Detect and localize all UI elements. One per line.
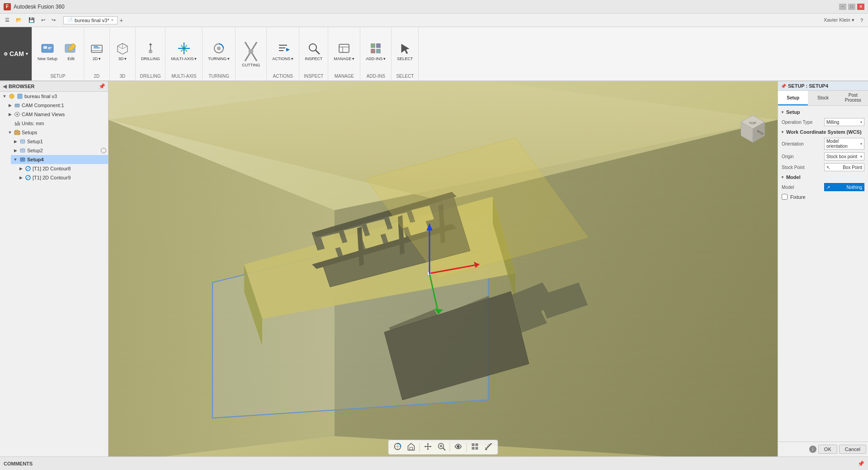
svg-marker-9 <box>286 48 290 52</box>
tree-toggle-setup4[interactable]: ▼ <box>13 157 18 162</box>
actions-icon <box>276 41 290 56</box>
cutting-label: CUTTING <box>242 63 260 67</box>
fixture-label[interactable]: Fixture <box>790 194 806 200</box>
tree-toggle-contour9[interactable]: ▶ <box>18 175 24 180</box>
tree-toggle-setup1[interactable]: ▶ <box>13 139 18 144</box>
section-header-model[interactable]: ▼ Model <box>780 173 866 182</box>
tree-item-cam-named-views[interactable]: ▶ CAM Named Views <box>5 110 108 119</box>
operation-type-value[interactable]: Milling ▾ <box>824 118 864 126</box>
select-button[interactable]: SELECT <box>394 39 415 63</box>
stock-point-value[interactable]: ↖ Box Point <box>824 163 864 171</box>
ok-button[interactable]: OK <box>818 445 837 454</box>
ribbon-group-turning: TURNING▾ TURNING <box>203 27 236 80</box>
checkbox-row-fixture[interactable]: Fixture <box>780 193 866 201</box>
tree-toggle-cam-named-views[interactable]: ▶ <box>7 112 13 117</box>
close-button[interactable]: ✕ <box>857 4 864 10</box>
tree-item-setup4[interactable]: ▼ Setup4 <box>11 155 108 164</box>
section-label-setup: Setup <box>786 109 800 115</box>
tree-item-contour8[interactable]: ▶ [T1] 2D Contour8 <box>16 164 108 173</box>
maximize-button[interactable]: □ <box>848 4 855 10</box>
3d-button[interactable]: 3D▾ <box>113 39 132 63</box>
tree-toggle-cam-component[interactable]: ▶ <box>7 103 13 108</box>
active-tab[interactable]: 📄 bureau final v3* × <box>63 16 118 24</box>
collapse-triangle-setup: ▼ <box>781 110 784 114</box>
cancel-button[interactable]: Cancel <box>839 445 866 454</box>
pan-button[interactable] <box>422 441 434 453</box>
section-header-setup[interactable]: ▼ Setup <box>780 108 866 117</box>
minimize-button[interactable]: − <box>839 4 846 10</box>
redo-button[interactable]: ↪ <box>49 16 58 24</box>
home-button[interactable] <box>405 441 418 453</box>
operation-type-dropdown-arrow: ▾ <box>860 120 862 124</box>
orbit-button[interactable] <box>392 441 404 453</box>
multiaxis-button[interactable]: MULTI-AXIS▾ <box>168 39 199 63</box>
2d-label: 2D▾ <box>93 56 101 61</box>
navigation-cube[interactable]: TOP BACK <box>732 108 769 145</box>
section-header-wcs[interactable]: ▼ Work Coordinate System (WCS) <box>780 127 866 136</box>
tree-label-setup1: Setup1 <box>27 139 106 144</box>
svg-line-91 <box>486 443 492 450</box>
manage-button[interactable]: MANAGE▾ <box>331 39 357 63</box>
zoom-button[interactable] <box>435 441 448 453</box>
addins-button[interactable]: ADD-INS▾ <box>363 39 388 63</box>
tab-close-icon[interactable]: × <box>111 18 113 23</box>
model-value-button[interactable]: ↗ Nothing <box>824 183 864 191</box>
2d-button[interactable]: 2D▾ <box>87 39 107 63</box>
new-button[interactable]: ☰ <box>3 16 12 24</box>
origin-value[interactable]: Stock box point ▾ <box>824 152 864 160</box>
tree-toggle-setups[interactable]: ▼ <box>7 130 13 135</box>
browser-tree: ▼ bureau final v3 ▶ CAM Component:1 ▶ <box>0 92 108 456</box>
3d-group-label: 3D <box>113 73 132 79</box>
tree-toggle-root[interactable]: ▼ <box>2 94 7 99</box>
viewport[interactable]: TOP BACK <box>108 81 778 456</box>
status-pin-button[interactable]: 📌 <box>858 461 864 467</box>
info-icon[interactable]: i <box>809 446 816 453</box>
look-at-button[interactable] <box>452 441 465 453</box>
tree-item-setup2[interactable]: ▶ Setup2 <box>11 146 108 155</box>
svg-rect-18 <box>376 49 381 53</box>
actions-button[interactable]: ACTIONS▾ <box>269 39 296 63</box>
drilling-button[interactable]: DRILLING <box>138 39 163 63</box>
svg-rect-25 <box>16 123 17 126</box>
multiaxis-icon <box>177 41 191 56</box>
display-mode-button[interactable] <box>469 441 481 453</box>
fixture-checkbox[interactable] <box>782 194 788 200</box>
setup-edit-button[interactable]: Edit <box>61 39 81 63</box>
tree-item-setup1[interactable]: ▶ Setup1 <box>11 137 108 146</box>
tab-post-process[interactable]: Post Process <box>838 91 868 105</box>
save-button[interactable]: 💾 <box>26 16 37 24</box>
browser-pin-button[interactable]: 📌 <box>99 83 105 89</box>
actions-label: ACTIONS▾ <box>272 56 293 61</box>
help-button[interactable]: ? <box>858 16 865 24</box>
tree-item-units[interactable]: ▶ Units: mm <box>5 119 108 128</box>
tree-item-root[interactable]: ▼ bureau final v3 <box>0 92 108 101</box>
prop-row-operation-type: Operation Type Milling ▾ <box>780 117 866 127</box>
tree-toggle-setup2[interactable]: ▶ <box>13 148 18 153</box>
cutting-button[interactable]: CUTTING <box>238 38 264 69</box>
tab-setup[interactable]: Setup <box>778 91 808 105</box>
tree-item-contour9[interactable]: ▶ [T1] 2D Contour9 <box>16 173 108 182</box>
measure-button[interactable] <box>482 441 495 453</box>
origin-label: Origin <box>782 154 822 159</box>
setup-panel: 📌 SETUP : SETUP4 Setup Stock Post Proces… <box>778 81 868 456</box>
tab-stock[interactable]: Stock <box>808 91 838 105</box>
tree-item-cam-component[interactable]: ▶ CAM Component:1 <box>5 101 108 110</box>
tree-item-setups[interactable]: ▼ Setups <box>5 128 108 137</box>
svg-marker-81 <box>430 446 432 447</box>
open-button[interactable]: 📂 <box>14 16 24 24</box>
svg-marker-19 <box>401 43 410 54</box>
addins-label: ADD-INS▾ <box>366 56 386 61</box>
orientation-dropdown-arrow: ▾ <box>860 142 862 146</box>
setup-new-button[interactable]: New Setup <box>35 39 60 63</box>
cam-label: CAM <box>9 50 24 57</box>
orientation-value[interactable]: Model orientation ▾ <box>824 138 864 150</box>
turning-button[interactable]: TURNING▾ <box>205 39 232 63</box>
tree-toggle-contour8[interactable]: ▶ <box>18 166 24 171</box>
undo-button[interactable]: ↩ <box>39 16 47 24</box>
add-tab-button[interactable]: + <box>118 17 125 24</box>
tree-icon-root <box>8 93 15 100</box>
cam-menu-button[interactable]: ⚙ CAM ▾ <box>0 27 32 80</box>
browser-collapse-button[interactable]: ◀ <box>3 83 7 89</box>
inspect-button[interactable]: INSPECT <box>302 39 325 63</box>
status-bar: COMMENTS 📌 <box>0 456 868 470</box>
